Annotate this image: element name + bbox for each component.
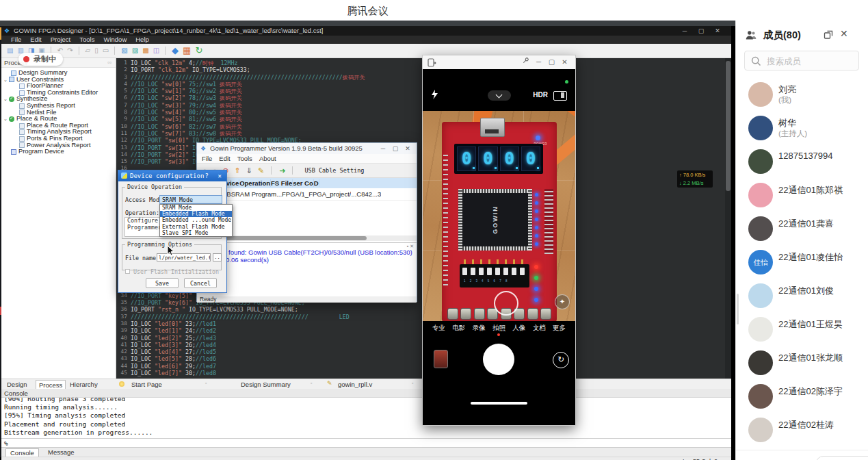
save-button[interactable]: Save	[146, 278, 179, 288]
camera-mode-tab[interactable]: 更多	[553, 324, 566, 333]
mini-tool-2-icon[interactable]: ▨	[132, 45, 138, 56]
process-tree-item[interactable]: ⌄ Program Device	[1, 149, 116, 155]
menu-item[interactable]: Tools	[237, 155, 252, 162]
maximize-icon[interactable]: ▢	[693, 26, 709, 36]
member-row[interactable]: 12875137994	[736, 145, 868, 179]
tab-gowin-rpll[interactable]: gowin_rpll.v	[338, 380, 372, 389]
popout-icon[interactable]	[824, 30, 833, 42]
programmer-titlebar[interactable]: ❖ Gowin Programmer Version 1.9.9 Beta-5 …	[197, 143, 417, 155]
menu-item[interactable]: About	[259, 155, 276, 162]
move-up-icon[interactable]: ⇑	[235, 165, 241, 176]
member-search-box[interactable]	[744, 51, 859, 71]
camera-mode-tab[interactable]: 专业	[432, 324, 445, 333]
new-file-icon[interactable]: ▤	[7, 45, 13, 56]
editor-scrollbar[interactable]	[725, 58, 731, 379]
member-row[interactable]: 刘亮 (我)	[736, 78, 868, 112]
shutter-button[interactable]	[483, 344, 514, 375]
minimize-icon[interactable]: ─	[532, 58, 545, 66]
mini-tool-3-icon[interactable]: ▩	[142, 45, 148, 56]
move-down-icon[interactable]: ⇓	[246, 165, 252, 176]
close-tab-icon[interactable]: ▫	[205, 381, 207, 385]
menu-item[interactable]: Edit	[219, 155, 230, 162]
process-tree-item[interactable]: ⌄ Synthesis Report	[1, 103, 116, 110]
switch-camera-icon[interactable]: ↻	[553, 352, 569, 368]
console-prompt[interactable]: %	[1, 438, 731, 447]
dropdown-option[interactable]: External Flash Mode	[160, 224, 232, 230]
member-row[interactable]: 22通信02陈泽宇	[736, 380, 868, 413]
camera-mode-tab[interactable]: 文档	[533, 324, 546, 333]
separator[interactable]	[271, 166, 272, 175]
browse-button[interactable]: ..	[213, 253, 222, 261]
member-row[interactable]: 22通信01张龙顺	[736, 346, 868, 380]
help-icon[interactable]: ?	[205, 170, 209, 181]
table-cell[interactable]: ...C842	[351, 190, 372, 198]
place-route-icon[interactable]: ▦	[183, 45, 191, 56]
close-icon[interactable]: ✕	[558, 58, 571, 66]
gowin-titlebar[interactable]: ❖ GOWIN FPGA Designer - [D:\1_FPGA\1_FPG…	[1, 26, 731, 36]
menu-item[interactable]: File	[11, 36, 21, 44]
table-cell[interactable]: ...FPGA/1_FPGA_project/	[276, 190, 351, 198]
member-row[interactable]: 树华 (主持人)	[736, 112, 868, 145]
member-row[interactable]: 22通信01龚喜	[736, 212, 868, 246]
separator[interactable]	[114, 47, 116, 55]
expander-icon[interactable]: ⌄	[3, 96, 8, 103]
maximize-icon[interactable]: ▢	[389, 143, 402, 154]
redo-icon[interactable]: ↷	[67, 45, 73, 56]
edit-icon[interactable]: ✎	[258, 165, 264, 176]
tab-process[interactable]: Process	[36, 380, 66, 389]
synthesize-icon[interactable]: ◆	[172, 45, 179, 56]
member-row[interactable]: 22通信02桂涛	[736, 413, 868, 447]
access-mode-select[interactable]: SRAM Mode	[159, 195, 222, 204]
panel-bottom-button[interactable]	[815, 456, 868, 460]
menu-item[interactable]: Project	[51, 36, 71, 44]
expand-options-icon[interactable]	[488, 90, 511, 101]
minimize-icon[interactable]: ─	[676, 26, 693, 36]
search-input[interactable]	[765, 54, 857, 68]
separator[interactable]	[165, 47, 166, 55]
dropdown-option[interactable]: SRAM Mode	[160, 205, 232, 211]
separator[interactable]	[79, 47, 80, 55]
tab-message[interactable]: Message	[44, 448, 79, 457]
phone-titlebar[interactable]: ─▢✕	[423, 55, 575, 70]
member-row[interactable]: 22通信01刘俊	[736, 279, 868, 313]
mini-tool-4-icon[interactable]: ◫	[153, 45, 159, 56]
tab-design-summary[interactable]: Design Summary	[241, 380, 291, 389]
menu-item[interactable]: Tools	[79, 36, 94, 44]
member-row[interactable]: 22通信01陈郑祺	[736, 179, 868, 212]
hdr-toggle[interactable]: HDR	[533, 91, 548, 99]
cut-icon[interactable]: ▱	[86, 45, 91, 56]
camera-mode-tab[interactable]: 录像	[473, 324, 486, 333]
camera-mode-tab[interactable]: 电影	[452, 324, 465, 333]
filter-icon[interactable]	[553, 91, 567, 101]
expander-icon[interactable]: ⌄	[3, 77, 8, 84]
user-flash-checkbox[interactable]	[125, 269, 130, 274]
close-icon[interactable]: ✕	[218, 170, 222, 181]
camera-viewfinder[interactable]: POWER 0000 GOWIN	[423, 111, 575, 321]
menu-item[interactable]: Window	[103, 36, 127, 44]
member-row[interactable]: 佳怡 22通信01凌佳怡	[736, 246, 868, 279]
camera-effects-icon[interactable]: ✦	[555, 294, 570, 309]
separator[interactable]	[292, 166, 293, 175]
flash-icon[interactable]	[431, 90, 438, 103]
maximize-icon[interactable]: ▢	[545, 58, 558, 66]
close-icon[interactable]: ✕	[709, 26, 726, 36]
menu-item[interactable]: Help	[135, 36, 149, 44]
gallery-thumbnail[interactable]	[434, 350, 448, 368]
copy-icon[interactable]: ▯	[94, 45, 98, 56]
close-icon[interactable]: ✕	[402, 143, 414, 154]
dropdown-option[interactable]: Slave SPI Mode	[160, 230, 232, 236]
tab-start-page[interactable]: Start Page	[131, 380, 162, 389]
close-tab-icon[interactable]: ▫	[311, 381, 312, 385]
pin-icon[interactable]	[519, 57, 532, 66]
usb-cable-setting-label[interactable]: USB Cable Setting	[304, 167, 364, 174]
expander-icon[interactable]: ⌄	[3, 116, 8, 123]
file-name-input[interactable]: l/pnr/water_led.fs	[157, 253, 211, 261]
close-panel-icon[interactable]: ✕	[840, 28, 848, 39]
menu-item[interactable]: Edit	[30, 36, 41, 44]
minimize-icon[interactable]: ─	[377, 143, 389, 154]
table-cell[interactable]: ...3	[372, 190, 381, 198]
program-run-icon[interactable]: ➜	[279, 165, 285, 176]
camera-mode-tab[interactable]: 拍照	[492, 324, 505, 333]
console-output[interactable]: [90%] Routing phase 3 completedRunning t…	[1, 398, 731, 438]
camera-mode-tab[interactable]: 人像	[512, 324, 525, 333]
